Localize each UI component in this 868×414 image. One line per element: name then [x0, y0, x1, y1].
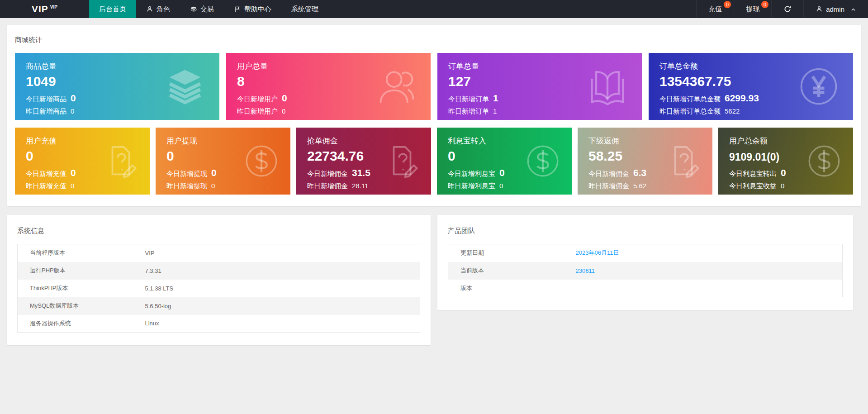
menu-item-label: 系统管理: [291, 5, 318, 14]
shop-stats-panel: 商城统计 商品总量 1049 今日新增商品0 昨日新增商品0 用户总量 8 今日…: [7, 25, 861, 206]
flag-icon: [234, 5, 241, 13]
logo-text: VIP: [32, 4, 48, 14]
dollar-circle-icon: [242, 142, 280, 180]
card-yesterday-line: 昨日新增充值0: [26, 182, 139, 190]
logo-superscript: VIP: [50, 5, 57, 10]
main-menu: 后台首页 角色 交易 帮助中心 系统管理: [89, 0, 696, 18]
current-version-link[interactable]: 230611: [576, 267, 595, 274]
doc-question-icon: [383, 142, 421, 180]
table-row: 更新日期2023年06月11日: [448, 244, 843, 262]
stat-card-goods-total: 商品总量 1049 今日新增商品0 昨日新增商品0: [15, 53, 219, 120]
system-info-panel: 系统信息 当前程序版本VIP 运行PHP版本7.3.31 ThinkPHP版本5…: [7, 215, 431, 345]
menu-item-roles[interactable]: 角色: [136, 0, 180, 18]
user-icon: [146, 5, 153, 13]
stats-row-2: 用户充值 0 今日新增充值0 昨日新增充值0 用户提现 0 今日新增提现0 昨日…: [15, 128, 853, 195]
update-date-link[interactable]: 2023年06月11日: [576, 249, 619, 256]
navbar-right: 充值 0 提现 0 admin: [696, 0, 868, 18]
system-info-table: 当前程序版本VIP 运行PHP版本7.3.31 ThinkPHP版本5.1.38…: [17, 244, 420, 333]
menu-item-system-manage[interactable]: 系统管理: [281, 0, 328, 18]
stat-card-interest-in: 利息宝转入 0 今日新增利息宝0 昨日新增利息宝0: [437, 128, 572, 195]
card-yesterday-line: 昨日新增利息宝0: [448, 182, 561, 190]
refresh-icon: [783, 5, 792, 13]
menu-item-help-center[interactable]: 帮助中心: [224, 0, 281, 18]
yen-circle-icon: [797, 65, 840, 108]
doc-question-icon: [102, 142, 140, 180]
scales-icon: [190, 5, 197, 13]
menu-item-label: 交易: [200, 5, 214, 14]
card-yesterday-line: 昨日新增提现0: [166, 182, 280, 190]
card-yesterday-line: 昨日新增佣金28.11: [307, 182, 420, 190]
stat-card-sub-rebate: 下级返佣 58.25 今日新增佣金6.3 昨日新增佣金5.62: [578, 128, 712, 195]
dollar-circle-icon: [805, 142, 843, 180]
chevron-up-icon: [850, 6, 856, 12]
menu-item-label: 角色: [157, 5, 170, 14]
refresh-button[interactable]: [771, 0, 803, 18]
product-team-title: 产品团队: [448, 227, 843, 235]
system-info-title: 系统信息: [17, 227, 420, 235]
user-icon: [816, 5, 823, 13]
menu-item-label: 帮助中心: [244, 5, 271, 14]
menu-item-dashboard[interactable]: 后台首页: [89, 0, 136, 18]
product-team-panel: 产品团队 更新日期2023年06月11日 当前版本230611 版本: [437, 215, 853, 310]
recharge-button[interactable]: 充值 0: [696, 0, 734, 18]
table-row: 服务器操作系统Linux: [18, 315, 420, 333]
stat-card-user-balance: 用户总余额 9109.01(0) 今日利息宝转出0 今日利息宝收益0: [718, 128, 853, 195]
stat-card-orders-total: 订单总量 127 今日新增订单1 昨日新增订单1: [437, 53, 642, 120]
card-yesterday-line: 昨日新增商品0: [26, 107, 209, 116]
stat-card-order-commission: 抢单佣金 22734.76 今日新增佣金31.5 昨日新增佣金28.11: [296, 128, 431, 195]
stats-section-title: 商城统计: [15, 36, 853, 44]
table-row: MySQL数据库版本5.6.50-log: [18, 297, 420, 315]
recharge-badge: 0: [724, 1, 731, 8]
recharge-label: 充值: [708, 5, 722, 14]
stats-row-1: 商品总量 1049 今日新增商品0 昨日新增商品0 用户总量 8 今日新增用户0…: [15, 53, 853, 120]
book-icon: [586, 65, 629, 108]
stat-card-user-withdraw: 用户提现 0 今日新增提现0 昨日新增提现0: [156, 128, 290, 195]
menu-item-trade[interactable]: 交易: [180, 0, 224, 18]
stat-card-users-total: 用户总量 8 今日新增用户0 昨日新增用户0: [226, 53, 431, 120]
table-row: ThinkPHP版本5.1.38 LTS: [18, 280, 420, 297]
user-menu[interactable]: admin: [803, 0, 868, 18]
doc-question-icon: [664, 142, 702, 180]
withdraw-button[interactable]: 提现 0: [734, 0, 771, 18]
username-label: admin: [826, 5, 844, 13]
table-row: 版本: [448, 280, 843, 297]
stat-card-user-recharge: 用户充值 0 今日新增充值0 昨日新增充值0: [15, 128, 150, 195]
app-logo[interactable]: VIP VIP: [0, 0, 89, 18]
layers-icon: [163, 65, 207, 108]
main-content: 商城统计 商品总量 1049 今日新增商品0 昨日新增商品0 用户总量 8 今日…: [0, 18, 868, 345]
card-yesterday-line: 昨日新增订单1: [448, 107, 631, 116]
card-yesterday-line: 昨日新增订单总金额5622: [659, 107, 842, 116]
dollar-circle-icon: [524, 142, 562, 180]
product-team-table: 更新日期2023年06月11日 当前版本230611 版本: [448, 244, 843, 297]
users-icon: [375, 65, 418, 108]
card-yesterday-line: 昨日新增佣金5.62: [588, 182, 702, 190]
stat-card-order-amount: 订单总金额 1354367.75 今日新增订单总金额6299.93 昨日新增订单…: [649, 53, 853, 120]
top-navbar: VIP VIP 后台首页 角色 交易 帮助中心 系统管理 充值 0 提现 0: [0, 0, 868, 18]
withdraw-badge: 0: [761, 1, 768, 8]
card-yesterday-line: 昨日新增用户0: [237, 107, 420, 116]
table-row: 当前版本230611: [448, 262, 843, 280]
card-yesterday-line: 今日利息宝收益0: [729, 182, 842, 190]
table-row: 当前程序版本VIP: [18, 244, 420, 262]
bottom-section: 系统信息 当前程序版本VIP 运行PHP版本7.3.31 ThinkPHP版本5…: [7, 215, 861, 345]
table-row: 运行PHP版本7.3.31: [18, 262, 420, 280]
menu-item-label: 后台首页: [99, 5, 126, 14]
withdraw-label: 提现: [746, 5, 759, 14]
